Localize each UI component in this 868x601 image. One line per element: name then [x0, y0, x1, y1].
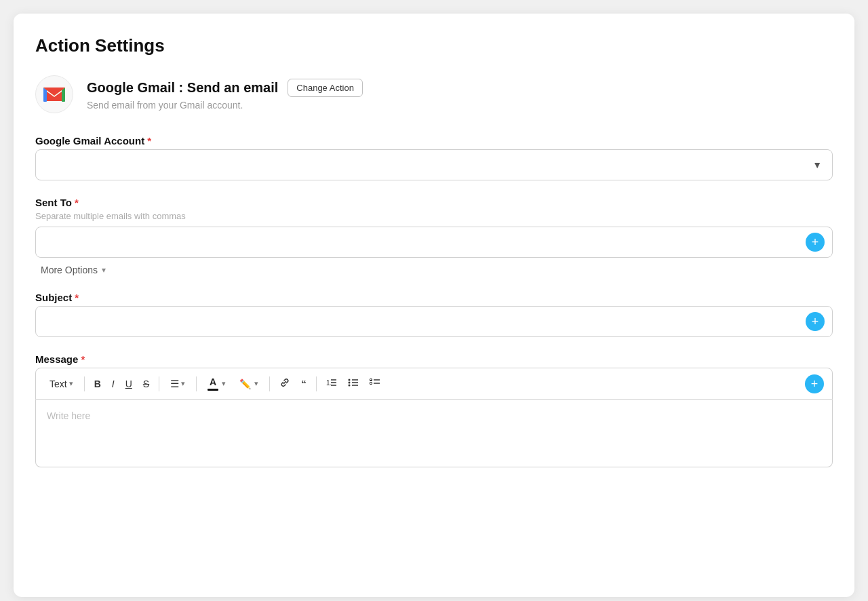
action-header: Google Gmail : Send an email Change Acti… — [35, 75, 833, 113]
ordered-list-icon: 1. — [326, 377, 337, 390]
sent-to-field-group: Sent To * Separate multiple emails with … — [35, 197, 833, 275]
italic-button[interactable]: I — [108, 376, 119, 392]
align-chevron-icon: ▾ — [181, 379, 185, 388]
svg-point-7 — [348, 382, 350, 384]
action-settings-panel: Action Settings Google Gmail : Send an e… — [14, 14, 854, 597]
toolbar-divider-3 — [196, 376, 197, 391]
subject-field-group: Subject * + — [35, 292, 833, 337]
sent-to-input-wrapper: + — [35, 227, 833, 258]
text-style-chevron-icon: ▾ — [69, 379, 73, 388]
bold-button[interactable]: B — [90, 376, 105, 392]
sent-to-required-star: * — [75, 197, 79, 208]
subject-plus-button[interactable]: + — [806, 312, 825, 331]
strikethrough-button[interactable]: S — [139, 376, 153, 392]
account-field-group: Google Gmail Account * ▼ — [35, 135, 833, 180]
toolbar-divider-2 — [159, 376, 159, 391]
more-options-chevron-icon: ▾ — [102, 265, 106, 275]
ordered-list-button[interactable]: 1. — [322, 374, 341, 393]
message-required-star: * — [81, 353, 85, 365]
subject-input-wrapper: + — [35, 306, 833, 337]
font-color-line — [208, 389, 218, 391]
editor-toolbar: Text ▾ B I U S ☰ ▾ — [35, 368, 833, 400]
subject-input[interactable] — [35, 306, 833, 337]
svg-rect-13 — [370, 383, 372, 385]
gmail-icon — [35, 75, 73, 113]
svg-point-8 — [348, 385, 350, 387]
message-field-group: Message * Text ▾ B I U S — [35, 353, 833, 467]
sent-to-input[interactable] — [35, 227, 833, 258]
link-icon — [279, 377, 290, 390]
toolbar-divider-4 — [269, 376, 270, 391]
task-list-button[interactable] — [366, 374, 384, 393]
unordered-list-icon — [348, 377, 359, 390]
page-title: Action Settings — [35, 35, 833, 56]
quote-icon: “ — [301, 378, 307, 389]
sent-to-plus-button[interactable]: + — [806, 233, 825, 252]
highlight-icon: ✏️ — [239, 379, 251, 389]
sent-to-label: Sent To * — [35, 197, 833, 208]
unordered-list-button[interactable] — [344, 374, 363, 393]
message-label: Message * — [35, 353, 833, 365]
action-description: Send email from your Gmail account. — [87, 100, 833, 111]
svg-point-6 — [348, 379, 350, 381]
font-color-letter: A — [210, 376, 216, 387]
subject-required-star: * — [75, 292, 79, 303]
action-title: Google Gmail : Send an email Change Acti… — [87, 79, 833, 97]
highlight-button[interactable]: ✏️ ▾ — [234, 376, 264, 392]
sent-to-hint: Separate multiple emails with commas — [35, 211, 833, 221]
quote-button[interactable]: “ — [297, 375, 311, 392]
font-color-button[interactable]: A ▾ — [202, 374, 231, 393]
more-options-toggle[interactable]: More Options ▾ — [35, 265, 833, 275]
account-label: Google Gmail Account * — [35, 135, 833, 147]
message-editor: Text ▾ B I U S ☰ ▾ — [35, 368, 833, 467]
align-button[interactable]: ☰ ▾ — [165, 375, 191, 393]
highlight-chevron-icon: ▾ — [254, 379, 258, 388]
account-select[interactable] — [35, 149, 833, 180]
account-required-star: * — [147, 135, 151, 147]
link-button[interactable] — [275, 374, 294, 393]
align-icon: ☰ — [170, 378, 179, 390]
task-list-icon — [370, 377, 380, 390]
change-action-button[interactable]: Change Action — [288, 79, 363, 97]
message-plus-button[interactable]: + — [805, 374, 824, 393]
account-select-wrapper: ▼ — [35, 149, 833, 180]
underline-button[interactable]: U — [121, 376, 136, 392]
toolbar-divider-5 — [316, 376, 317, 391]
action-info: Google Gmail : Send an email Change Acti… — [87, 79, 833, 111]
text-style-button[interactable]: Text ▾ — [44, 376, 79, 392]
message-editor-area[interactable]: Write here — [35, 400, 833, 467]
toolbar-divider-1 — [84, 376, 85, 391]
font-color-chevron-icon: ▾ — [222, 379, 226, 388]
subject-label: Subject * — [35, 292, 833, 303]
